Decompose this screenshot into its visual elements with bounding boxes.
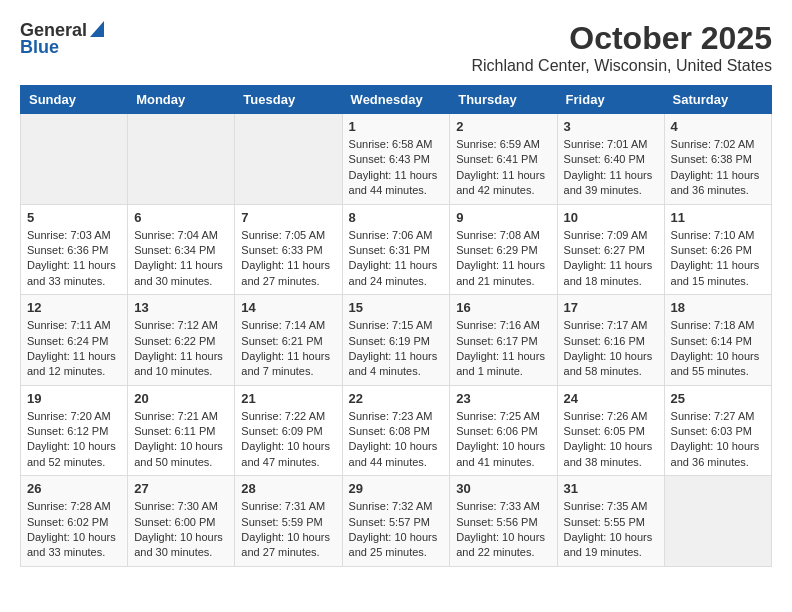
table-row: 28Sunrise: 7:31 AMSunset: 5:59 PMDayligh… bbox=[235, 476, 342, 567]
day-number: 17 bbox=[564, 300, 658, 315]
day-number: 30 bbox=[456, 481, 550, 496]
table-row: 30Sunrise: 7:33 AMSunset: 5:56 PMDayligh… bbox=[450, 476, 557, 567]
col-sunday: Sunday bbox=[21, 86, 128, 114]
table-row: 14Sunrise: 7:14 AMSunset: 6:21 PMDayligh… bbox=[235, 295, 342, 386]
day-number: 21 bbox=[241, 391, 335, 406]
day-number: 7 bbox=[241, 210, 335, 225]
day-info: Sunrise: 7:25 AMSunset: 6:06 PMDaylight:… bbox=[456, 409, 550, 471]
table-row: 24Sunrise: 7:26 AMSunset: 6:05 PMDayligh… bbox=[557, 385, 664, 476]
table-row: 16Sunrise: 7:16 AMSunset: 6:17 PMDayligh… bbox=[450, 295, 557, 386]
table-row: 10Sunrise: 7:09 AMSunset: 6:27 PMDayligh… bbox=[557, 204, 664, 295]
day-number: 25 bbox=[671, 391, 765, 406]
table-row: 22Sunrise: 7:23 AMSunset: 6:08 PMDayligh… bbox=[342, 385, 450, 476]
calendar-week-row: 1Sunrise: 6:58 AMSunset: 6:43 PMDaylight… bbox=[21, 114, 772, 205]
day-number: 13 bbox=[134, 300, 228, 315]
day-number: 24 bbox=[564, 391, 658, 406]
day-number: 9 bbox=[456, 210, 550, 225]
table-row: 13Sunrise: 7:12 AMSunset: 6:22 PMDayligh… bbox=[128, 295, 235, 386]
table-row bbox=[664, 476, 771, 567]
table-row: 15Sunrise: 7:15 AMSunset: 6:19 PMDayligh… bbox=[342, 295, 450, 386]
table-row: 31Sunrise: 7:35 AMSunset: 5:55 PMDayligh… bbox=[557, 476, 664, 567]
month-title: October 2025 bbox=[471, 20, 772, 57]
table-row: 19Sunrise: 7:20 AMSunset: 6:12 PMDayligh… bbox=[21, 385, 128, 476]
day-info: Sunrise: 7:32 AMSunset: 5:57 PMDaylight:… bbox=[349, 499, 444, 561]
col-wednesday: Wednesday bbox=[342, 86, 450, 114]
day-number: 20 bbox=[134, 391, 228, 406]
table-row: 4Sunrise: 7:02 AMSunset: 6:38 PMDaylight… bbox=[664, 114, 771, 205]
col-saturday: Saturday bbox=[664, 86, 771, 114]
day-info: Sunrise: 7:05 AMSunset: 6:33 PMDaylight:… bbox=[241, 228, 335, 290]
day-number: 4 bbox=[671, 119, 765, 134]
table-row: 20Sunrise: 7:21 AMSunset: 6:11 PMDayligh… bbox=[128, 385, 235, 476]
calendar-week-row: 5Sunrise: 7:03 AMSunset: 6:36 PMDaylight… bbox=[21, 204, 772, 295]
table-row bbox=[235, 114, 342, 205]
day-number: 3 bbox=[564, 119, 658, 134]
day-info: Sunrise: 6:59 AMSunset: 6:41 PMDaylight:… bbox=[456, 137, 550, 199]
day-info: Sunrise: 7:11 AMSunset: 6:24 PMDaylight:… bbox=[27, 318, 121, 380]
day-info: Sunrise: 7:21 AMSunset: 6:11 PMDaylight:… bbox=[134, 409, 228, 471]
day-info: Sunrise: 7:12 AMSunset: 6:22 PMDaylight:… bbox=[134, 318, 228, 380]
day-info: Sunrise: 7:35 AMSunset: 5:55 PMDaylight:… bbox=[564, 499, 658, 561]
day-info: Sunrise: 7:06 AMSunset: 6:31 PMDaylight:… bbox=[349, 228, 444, 290]
table-row: 9Sunrise: 7:08 AMSunset: 6:29 PMDaylight… bbox=[450, 204, 557, 295]
calendar-table: Sunday Monday Tuesday Wednesday Thursday… bbox=[20, 85, 772, 567]
day-info: Sunrise: 7:23 AMSunset: 6:08 PMDaylight:… bbox=[349, 409, 444, 471]
calendar-week-row: 19Sunrise: 7:20 AMSunset: 6:12 PMDayligh… bbox=[21, 385, 772, 476]
day-info: Sunrise: 7:18 AMSunset: 6:14 PMDaylight:… bbox=[671, 318, 765, 380]
day-number: 11 bbox=[671, 210, 765, 225]
day-info: Sunrise: 7:02 AMSunset: 6:38 PMDaylight:… bbox=[671, 137, 765, 199]
day-number: 2 bbox=[456, 119, 550, 134]
table-row: 12Sunrise: 7:11 AMSunset: 6:24 PMDayligh… bbox=[21, 295, 128, 386]
day-info: Sunrise: 7:27 AMSunset: 6:03 PMDaylight:… bbox=[671, 409, 765, 471]
table-row: 6Sunrise: 7:04 AMSunset: 6:34 PMDaylight… bbox=[128, 204, 235, 295]
day-info: Sunrise: 7:14 AMSunset: 6:21 PMDaylight:… bbox=[241, 318, 335, 380]
calendar-week-row: 12Sunrise: 7:11 AMSunset: 6:24 PMDayligh… bbox=[21, 295, 772, 386]
day-number: 22 bbox=[349, 391, 444, 406]
day-info: Sunrise: 7:31 AMSunset: 5:59 PMDaylight:… bbox=[241, 499, 335, 561]
day-info: Sunrise: 7:26 AMSunset: 6:05 PMDaylight:… bbox=[564, 409, 658, 471]
calendar-week-row: 26Sunrise: 7:28 AMSunset: 6:02 PMDayligh… bbox=[21, 476, 772, 567]
table-row: 3Sunrise: 7:01 AMSunset: 6:40 PMDaylight… bbox=[557, 114, 664, 205]
table-row: 11Sunrise: 7:10 AMSunset: 6:26 PMDayligh… bbox=[664, 204, 771, 295]
col-friday: Friday bbox=[557, 86, 664, 114]
day-number: 26 bbox=[27, 481, 121, 496]
table-row: 23Sunrise: 7:25 AMSunset: 6:06 PMDayligh… bbox=[450, 385, 557, 476]
table-row: 17Sunrise: 7:17 AMSunset: 6:16 PMDayligh… bbox=[557, 295, 664, 386]
day-number: 12 bbox=[27, 300, 121, 315]
day-number: 1 bbox=[349, 119, 444, 134]
day-number: 14 bbox=[241, 300, 335, 315]
table-row: 21Sunrise: 7:22 AMSunset: 6:09 PMDayligh… bbox=[235, 385, 342, 476]
col-monday: Monday bbox=[128, 86, 235, 114]
table-row: 18Sunrise: 7:18 AMSunset: 6:14 PMDayligh… bbox=[664, 295, 771, 386]
col-thursday: Thursday bbox=[450, 86, 557, 114]
day-info: Sunrise: 7:16 AMSunset: 6:17 PMDaylight:… bbox=[456, 318, 550, 380]
table-row: 25Sunrise: 7:27 AMSunset: 6:03 PMDayligh… bbox=[664, 385, 771, 476]
location-title: Richland Center, Wisconsin, United State… bbox=[471, 57, 772, 75]
day-number: 18 bbox=[671, 300, 765, 315]
day-info: Sunrise: 7:10 AMSunset: 6:26 PMDaylight:… bbox=[671, 228, 765, 290]
day-number: 23 bbox=[456, 391, 550, 406]
day-info: Sunrise: 7:08 AMSunset: 6:29 PMDaylight:… bbox=[456, 228, 550, 290]
day-info: Sunrise: 7:20 AMSunset: 6:12 PMDaylight:… bbox=[27, 409, 121, 471]
table-row: 7Sunrise: 7:05 AMSunset: 6:33 PMDaylight… bbox=[235, 204, 342, 295]
page-header: General Blue October 2025 Richland Cente… bbox=[20, 20, 772, 75]
day-info: Sunrise: 7:15 AMSunset: 6:19 PMDaylight:… bbox=[349, 318, 444, 380]
day-info: Sunrise: 7:28 AMSunset: 6:02 PMDaylight:… bbox=[27, 499, 121, 561]
svg-marker-0 bbox=[90, 21, 104, 37]
calendar-header-row: Sunday Monday Tuesday Wednesday Thursday… bbox=[21, 86, 772, 114]
day-info: Sunrise: 7:03 AMSunset: 6:36 PMDaylight:… bbox=[27, 228, 121, 290]
day-info: Sunrise: 6:58 AMSunset: 6:43 PMDaylight:… bbox=[349, 137, 444, 199]
day-number: 31 bbox=[564, 481, 658, 496]
day-number: 8 bbox=[349, 210, 444, 225]
table-row: 27Sunrise: 7:30 AMSunset: 6:00 PMDayligh… bbox=[128, 476, 235, 567]
table-row: 1Sunrise: 6:58 AMSunset: 6:43 PMDaylight… bbox=[342, 114, 450, 205]
table-row: 29Sunrise: 7:32 AMSunset: 5:57 PMDayligh… bbox=[342, 476, 450, 567]
table-row: 8Sunrise: 7:06 AMSunset: 6:31 PMDaylight… bbox=[342, 204, 450, 295]
logo-blue-text: Blue bbox=[20, 37, 59, 58]
day-number: 6 bbox=[134, 210, 228, 225]
day-number: 10 bbox=[564, 210, 658, 225]
day-info: Sunrise: 7:01 AMSunset: 6:40 PMDaylight:… bbox=[564, 137, 658, 199]
day-info: Sunrise: 7:22 AMSunset: 6:09 PMDaylight:… bbox=[241, 409, 335, 471]
day-number: 15 bbox=[349, 300, 444, 315]
day-number: 29 bbox=[349, 481, 444, 496]
